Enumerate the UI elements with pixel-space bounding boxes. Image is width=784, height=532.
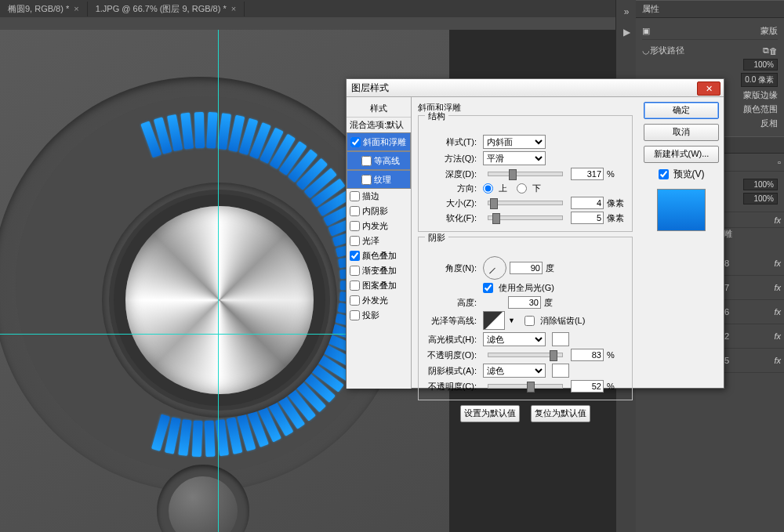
dialog-right-column: 确定 取消 新建样式(W)... 预览(V): [639, 97, 724, 389]
link-icon[interactable]: ⧉: [763, 45, 769, 56]
style-item[interactable]: 斜面和浮雕: [347, 132, 411, 151]
depth-slider[interactable]: [488, 172, 563, 176]
doc-tab-2[interactable]: 1.JPG @ 66.7% (图层 9, RGB/8) *×: [88, 2, 245, 16]
close-icon[interactable]: ×: [74, 4, 78, 13]
style-item[interactable]: 图案叠加: [347, 278, 411, 293]
style-item[interactable]: 光泽: [347, 233, 411, 248]
soften-slider[interactable]: [488, 215, 563, 220]
cancel-button[interactable]: 取消: [644, 124, 719, 141]
doc-tab-1[interactable]: 椭圆9, RGB/8) *×: [0, 2, 88, 16]
opacity-value[interactable]: 100%: [743, 179, 778, 190]
play-icon[interactable]: ▶: [618, 24, 635, 41]
style-checkbox[interactable]: [350, 280, 360, 291]
feather-value[interactable]: 0.0 像素: [741, 73, 778, 87]
style-checkbox[interactable]: [361, 156, 372, 166]
angle-dial[interactable]: [483, 256, 506, 280]
dialog-title: 图层样式: [351, 81, 389, 95]
chevron-down-icon[interactable]: ▼: [508, 317, 515, 324]
style-item[interactable]: 内发光: [347, 219, 411, 233]
global-light-label: 使用全局光(G): [499, 282, 554, 294]
properties-header[interactable]: 属性: [636, 0, 784, 18]
style-checkbox[interactable]: [350, 221, 360, 231]
style-item[interactable]: 颜色叠加: [347, 248, 411, 263]
style-checkbox[interactable]: [350, 310, 360, 320]
antialias-checkbox[interactable]: [524, 316, 535, 326]
style-item-label: 光泽: [362, 235, 379, 247]
invert-link[interactable]: 反相: [760, 118, 778, 129]
dir-down-label: 下: [532, 183, 541, 194]
highlight-color-swatch[interactable]: [552, 332, 569, 346]
dial-tick: [206, 112, 217, 149]
style-item-label: 内发光: [362, 220, 388, 232]
shadow-color-swatch[interactable]: [552, 364, 569, 378]
trash-icon[interactable]: 🗑: [769, 46, 778, 56]
structure-group: 结构 样式(T):内斜面 方法(Q):平滑 深度(D):% 方向:上下 大小(Z…: [418, 115, 633, 232]
shadow-mode-select[interactable]: 滤色: [483, 364, 546, 378]
depth-input[interactable]: [571, 168, 604, 180]
guide-vertical[interactable]: [218, 30, 219, 532]
technique-select[interactable]: 平滑: [483, 151, 546, 165]
ruler-horizontal[interactable]: [0, 17, 615, 31]
size-input[interactable]: [571, 197, 604, 209]
make-default-button[interactable]: 设置为默认值: [460, 405, 520, 422]
shadow-opacity-slider[interactable]: [488, 384, 563, 389]
direction-up-radio[interactable]: [483, 183, 493, 194]
new-style-button[interactable]: 新建样式(W)...: [644, 146, 719, 163]
style-item[interactable]: 描边: [347, 189, 411, 204]
style-item[interactable]: 内阴影: [347, 204, 411, 219]
direction-down-radio[interactable]: [517, 183, 527, 194]
fx-badge: fx: [774, 356, 781, 365]
depth-label: 深度(D):: [425, 168, 477, 180]
direction-label: 方向:: [425, 183, 477, 194]
styles-header[interactable]: 样式: [347, 100, 411, 118]
blend-options-item[interactable]: 混合选项:默认: [347, 118, 411, 132]
highlight-mode-select[interactable]: 滤色: [483, 332, 546, 346]
fill-value[interactable]: 100%: [743, 193, 778, 204]
style-item[interactable]: 渐变叠加: [347, 263, 411, 278]
dialog-titlebar[interactable]: 图层样式 ✕: [347, 79, 724, 97]
double-arrow-icon[interactable]: »: [618, 3, 635, 20]
size-label: 大小(Z):: [425, 197, 477, 209]
gloss-contour-swatch[interactable]: [483, 311, 505, 330]
style-item[interactable]: 外发光: [347, 293, 411, 308]
style-item-label: 外发光: [362, 295, 388, 306]
style-checkbox[interactable]: [350, 236, 360, 246]
size-slider[interactable]: [488, 201, 563, 205]
shading-legend: 阴影: [425, 232, 448, 244]
close-icon[interactable]: ×: [231, 4, 236, 13]
fx-badge: fx: [774, 283, 781, 292]
dir-up-label: 上: [499, 183, 507, 194]
style-checkbox[interactable]: [361, 175, 372, 185]
density-value[interactable]: 100%: [743, 59, 778, 71]
highlight-opacity-input[interactable]: [571, 349, 604, 361]
shading-group: 阴影 角度(N):度 使用全局光(G) 高度:度 光泽等高线:▼消除锯齿(L) …: [418, 237, 633, 400]
angle-unit: 度: [546, 262, 564, 274]
style-checkbox[interactable]: [350, 295, 360, 306]
filter-icon2[interactable]: ▫: [778, 157, 781, 167]
dial-tick: [194, 112, 205, 148]
reset-default-button[interactable]: 复位为默认值: [531, 405, 590, 422]
style-select[interactable]: 内斜面: [483, 135, 546, 149]
angle-input[interactable]: [510, 262, 543, 274]
style-checkbox[interactable]: [350, 137, 361, 147]
style-item[interactable]: 纹理: [347, 170, 411, 189]
mask-edge-link[interactable]: 蒙版边缘: [743, 89, 778, 101]
highlight-opacity-slider[interactable]: [488, 353, 563, 357]
soften-label: 软化(F):: [425, 212, 477, 224]
shadow-mode-label: 阴影模式(A):: [425, 365, 477, 377]
style-checkbox[interactable]: [350, 251, 360, 261]
soften-input[interactable]: [571, 212, 604, 224]
style-checkbox[interactable]: [350, 266, 360, 276]
style-item[interactable]: 投影: [347, 308, 411, 323]
altitude-input[interactable]: [508, 296, 541, 309]
close-button[interactable]: ✕: [697, 81, 720, 96]
style-item[interactable]: 等高线: [347, 151, 411, 170]
pct-unit: %: [607, 350, 626, 360]
color-range-link[interactable]: 颜色范围: [743, 103, 778, 115]
style-checkbox[interactable]: [350, 191, 360, 201]
style-checkbox[interactable]: [350, 206, 360, 216]
global-light-checkbox[interactable]: [483, 283, 493, 293]
preview-checkbox[interactable]: [659, 169, 669, 179]
ok-button[interactable]: 确定: [644, 102, 719, 119]
shadow-opacity-input[interactable]: [571, 380, 604, 393]
